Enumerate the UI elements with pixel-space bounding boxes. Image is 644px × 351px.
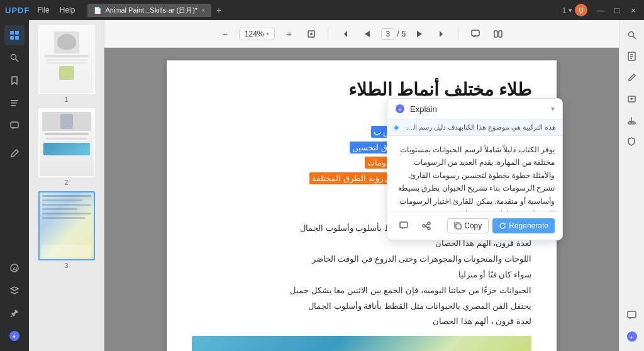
topbar: UPDF File Help 📄 Animal Paint...Skills-a… <box>0 0 644 20</box>
prev-page-btn[interactable] <box>358 25 376 43</box>
ai-panel: ✦ Explain ▾ ◆ هذه التركيبة هي موضوع هذا … <box>387 98 563 240</box>
svg-rect-2 <box>10 36 14 40</box>
zoom-dropdown-icon: ▾ <box>266 30 269 37</box>
toolbar: − 124% ▾ + 3 / 5 <box>104 20 619 48</box>
ai-summary-text: هذه التركيبة هي موضوع هذا الكتابهدف دليل… <box>402 123 556 131</box>
spread-btn[interactable] <box>489 25 507 43</box>
ai-chat-btn[interactable] <box>395 217 413 235</box>
svg-line-12 <box>11 316 12 317</box>
tab-add-btn[interactable]: + <box>214 5 224 15</box>
svg-rect-8 <box>11 105 16 106</box>
sidebar-search-icon[interactable] <box>4 48 25 68</box>
svg-rect-0 <box>10 31 14 35</box>
sidebar-pin-icon[interactable] <box>4 303 25 323</box>
sidebar-thumbnail-icon[interactable] <box>4 25 25 45</box>
pdf-content: طلاء مختلف أنماط الطلاء ✦ Explain ▾ ◆ هذ… <box>104 48 619 351</box>
window-controls: — □ × <box>595 6 639 15</box>
svg-text:✦: ✦ <box>398 108 402 112</box>
menu-help[interactable]: Help <box>60 6 75 14</box>
sidebar-magic-icon[interactable]: ✦ <box>4 326 25 346</box>
user-avatar: U <box>575 4 587 16</box>
close-btn[interactable]: × <box>628 6 639 15</box>
ai-panel-header: ✦ Explain ▾ <box>387 99 562 120</box>
bottom-image-strip <box>192 336 531 351</box>
svg-text:✦: ✦ <box>12 334 16 340</box>
sidebar-toc-icon[interactable] <box>4 93 25 113</box>
toolbar-sep-2 <box>458 28 459 40</box>
next-page-btn[interactable] <box>411 25 428 43</box>
ai-explain-text: Explain <box>410 104 437 114</box>
thumb-img-2[interactable] <box>38 108 95 177</box>
text-line-13: يحتفل الفن المصري بالحيوانات مثل القطط ب… <box>192 300 531 313</box>
zoom-out-btn[interactable]: − <box>216 25 234 43</box>
minimize-btn[interactable]: — <box>595 6 606 15</box>
right-forms-icon[interactable] <box>623 89 641 108</box>
tab-document[interactable]: 📄 Animal Paint...Skills-ar (日月)* × <box>87 4 211 17</box>
text-line-11: سواء كان فنًا أو منزليا <box>192 269 531 282</box>
page-display: 3 / 5 <box>381 28 406 40</box>
maximize-btn[interactable]: □ <box>611 6 623 15</box>
page-title: طلاء مختلف أنماط الطلاء <box>192 79 531 100</box>
page-current: 3 <box>381 28 394 40</box>
right-share-icon[interactable] <box>623 111 641 130</box>
main-layout: AI ✦ 1 <box>0 20 644 351</box>
right-pdf-icon[interactable] <box>623 47 641 65</box>
pdf-area: − 124% ▾ + 3 / 5 <box>104 20 619 351</box>
thumb-num-1: 1 <box>65 96 69 103</box>
right-protect-icon[interactable] <box>623 132 641 151</box>
menu-bar: File Help <box>37 6 75 14</box>
zoom-display[interactable]: 124% ▾ <box>239 28 275 40</box>
comment-btn[interactable] <box>467 25 484 43</box>
svg-rect-7 <box>11 103 17 104</box>
thumb-img-3[interactable] <box>38 191 95 260</box>
sidebar-ai-icon[interactable]: AI <box>4 258 25 278</box>
ai-chevron-icon[interactable]: ▾ <box>551 104 555 113</box>
svg-point-23 <box>423 225 425 227</box>
right-search-icon[interactable] <box>623 25 641 44</box>
ai-copy-btn[interactable]: Copy <box>447 218 489 233</box>
svg-point-4 <box>11 55 16 60</box>
zoom-in-btn[interactable]: + <box>280 25 297 43</box>
tab-bar: 📄 Animal Paint...Skills-ar (日月)* × + <box>87 4 549 17</box>
last-page-btn[interactable] <box>433 25 451 43</box>
sidebar-layers-icon[interactable] <box>4 281 25 301</box>
svg-line-5 <box>16 59 19 62</box>
copy-label: Copy <box>464 221 482 230</box>
first-page-btn[interactable] <box>336 25 353 43</box>
ai-body: يوفر الكتاب دليلاً شاملاً لرسم الحيوانات… <box>387 136 562 211</box>
sidebar-edit-icon[interactable] <box>4 143 25 164</box>
fit-page-btn[interactable] <box>303 25 320 43</box>
svg-line-27 <box>633 36 636 39</box>
app-logo: UPDF <box>5 6 30 15</box>
ai-explain-label: Explain <box>410 104 546 114</box>
svg-point-24 <box>428 227 430 230</box>
text-line-12: الحيوانات جزءًا من حياتنا اليومية، فإن ا… <box>192 284 531 298</box>
thumbnail-1[interactable]: 1 <box>35 25 98 103</box>
sidebar-comment-icon[interactable] <box>4 116 25 136</box>
tab-close-btn[interactable]: × <box>201 7 205 14</box>
sidebar-bookmark-icon[interactable] <box>4 70 25 91</box>
svg-rect-18 <box>499 31 502 37</box>
thumb-img-1[interactable] <box>38 25 95 94</box>
svg-rect-25 <box>456 224 461 229</box>
svg-rect-31 <box>628 311 636 318</box>
text-line-10: اللوحات والمنحوتات والمجوهرات وحتى الدرو… <box>192 253 531 266</box>
right-edit-icon[interactable] <box>623 68 641 87</box>
ai-regenerate-btn[interactable]: Regenerate <box>492 218 555 233</box>
page-sep: / <box>397 30 399 38</box>
sidebar-right: ✦ <box>619 20 644 351</box>
svg-text:✦: ✦ <box>630 335 633 340</box>
menu-file[interactable]: File <box>37 6 49 14</box>
svg-rect-21 <box>400 222 408 228</box>
right-ai-icon[interactable]: ✦ <box>623 327 641 346</box>
ai-action-buttons: Copy Regenerate <box>447 218 555 233</box>
thumbnail-3[interactable]: 3 <box>35 191 98 269</box>
page-total: 5 <box>402 30 406 38</box>
thumbnail-2[interactable]: 2 <box>35 108 98 186</box>
svg-point-22 <box>428 222 430 225</box>
right-chat-icon[interactable] <box>623 306 641 325</box>
ai-footer: Copy Regenerate <box>387 211 562 240</box>
thumb-num-2: 2 <box>65 179 69 186</box>
svg-rect-3 <box>15 36 19 40</box>
ai-share-btn[interactable] <box>418 217 435 235</box>
